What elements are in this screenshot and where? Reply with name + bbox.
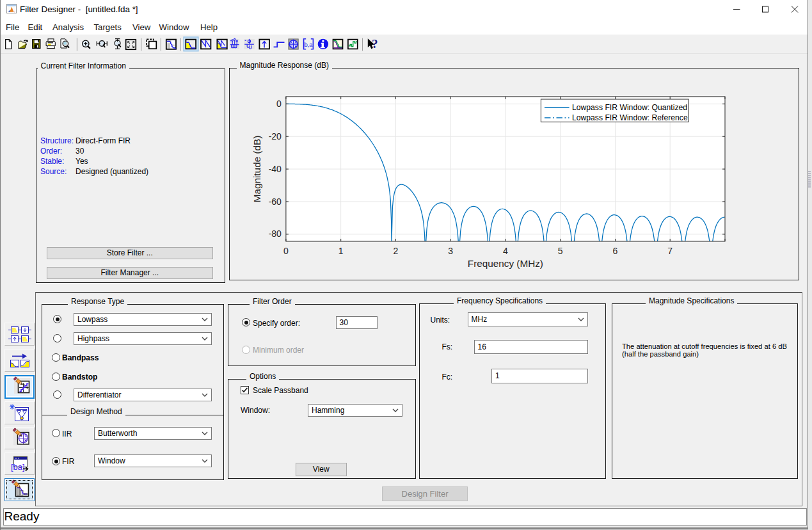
svg-text:[ba]: [ba]	[11, 462, 25, 472]
svg-text:Lowpass FIR Window: Quantized: Lowpass FIR Window: Quantized	[572, 103, 687, 112]
svg-text:-80: -80	[269, 229, 282, 239]
svg-text:4: 4	[503, 246, 508, 256]
svg-text:Lowpass FIR Window: Reference: Lowpass FIR Window: Reference	[572, 113, 688, 122]
svg-text:-60: -60	[269, 197, 282, 207]
svg-text:3: 3	[448, 246, 453, 256]
svg-text:2: 2	[394, 246, 399, 256]
svg-text:5: 5	[558, 246, 563, 256]
svg-text:?: ?	[372, 37, 378, 51]
svg-text:-20: -20	[269, 131, 282, 141]
svg-text:b,a: b,a	[304, 41, 313, 48]
svg-text:Magnitude (dB): Magnitude (dB)	[251, 136, 262, 203]
svg-text:Frequency (MHz): Frequency (MHz)	[468, 258, 543, 269]
svg-text:0: 0	[283, 246, 289, 256]
svg-text:6: 6	[613, 246, 618, 256]
svg-text:0: 0	[276, 99, 282, 109]
svg-text:-40: -40	[269, 164, 282, 174]
svg-text:7: 7	[667, 246, 673, 256]
svg-text:1: 1	[338, 246, 344, 256]
